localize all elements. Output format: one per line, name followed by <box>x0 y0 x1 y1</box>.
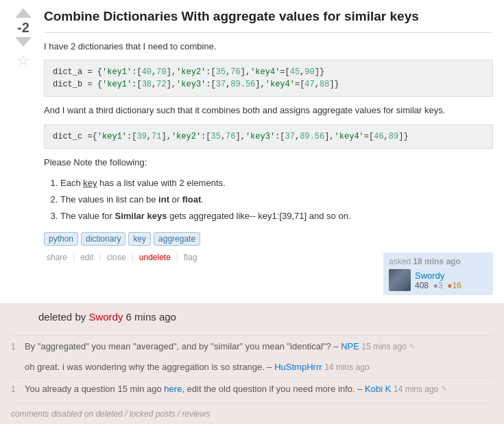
comment-user-sub-1[interactable]: HuStmpHrrr <box>274 362 322 372</box>
tag-dictionary[interactable]: dictionary <box>81 232 125 246</box>
user-rep: 408 ●3 ●16 <box>415 281 461 290</box>
asked-label: asked 18 mins ago <box>389 257 488 266</box>
code-block-1: dict_a = {'key1':[40,70],'key2':[35,76],… <box>44 60 493 97</box>
comment-body-1: By "aggregated" you mean "averaged", and… <box>25 340 493 354</box>
question-body: Combine Dictionaries With aggregate valu… <box>44 8 493 295</box>
question-section: -2 ☆ Combine Dictionaries With aggregate… <box>0 0 504 303</box>
tag-key[interactable]: key <box>128 232 151 246</box>
comment-user-2[interactable]: Kobi K <box>365 384 391 394</box>
deleted-by-user[interactable]: Swordy <box>88 311 123 323</box>
comment-vote-1: 1 <box>11 340 19 354</box>
body-intro: I have 2 dictionaries that I need to com… <box>44 40 493 54</box>
body-middle: And I want a third dictionary such that … <box>44 104 493 117</box>
avatar <box>389 269 411 291</box>
comments-footer: comments disabled on deleted / locked po… <box>11 403 493 424</box>
close-link[interactable]: close <box>104 253 129 262</box>
vote-up-arrow[interactable] <box>15 8 32 18</box>
title-separator <box>44 32 493 33</box>
note-list-item-1: Each key has a list value with 2 element… <box>60 176 493 191</box>
sep2: | <box>97 253 104 262</box>
comment-edit-icon-2[interactable]: ✎ <box>441 384 448 394</box>
comment-row-2: 1 You already a question 15 min ago here… <box>11 378 493 400</box>
action-links: share | edit | close | undelete | flag <box>44 253 200 262</box>
post-actions: share | edit | close | undelete | flag a… <box>44 253 493 295</box>
comment-sub-1: oh great. i was wondering why the aggreg… <box>25 358 493 378</box>
share-link[interactable]: share <box>44 253 70 262</box>
comment-vote-2: 1 <box>11 382 19 396</box>
asked-info: asked 18 mins ago Swordy 408 ●3 ●16 <box>383 253 493 295</box>
deleted-banner: deleted by Swordy 6 mins ago <box>0 303 504 329</box>
note-label: Please Note the following: <box>44 156 493 170</box>
edit-link[interactable]: edit <box>77 253 96 262</box>
undelete-link[interactable]: undelete <box>136 253 173 262</box>
page-title: Combine Dictionaries With aggregate valu… <box>44 8 493 25</box>
note-list-item-2: The values in list can be int or float. <box>60 192 493 207</box>
user-details: Swordy 408 ●3 ●16 <box>415 270 461 290</box>
comment-row-1: 1 By "aggregated" you mean "averaged", a… <box>11 335 493 358</box>
vote-down-arrow[interactable] <box>15 37 32 47</box>
vote-count: -2 <box>17 19 29 36</box>
code-block-2: dict_c ={'key1':[39,71],'key2':[35,76],'… <box>44 124 493 149</box>
comment-time-1: 15 mins ago <box>361 342 406 351</box>
vote-col: -2 ☆ <box>11 8 36 295</box>
sep4: | <box>173 253 181 262</box>
note-list-item-3: The value for Similar keys gets aggregat… <box>60 209 493 224</box>
comment-time-sub-1: 14 mins ago <box>324 362 369 372</box>
user-info: Swordy 408 ●3 ●16 <box>389 269 488 291</box>
username[interactable]: Swordy <box>415 270 461 281</box>
sep3: | <box>129 253 136 262</box>
note-list: Each key has a list value with 2 element… <box>60 176 493 224</box>
comment-edit-icon-1[interactable]: ✎ <box>409 342 416 351</box>
comment-here-link[interactable]: here <box>164 384 182 394</box>
comment-user-1[interactable]: NPE <box>341 341 359 351</box>
flag-link[interactable]: flag <box>181 253 200 262</box>
tags-row: python dictionary key aggregate <box>44 232 493 246</box>
favorite-star[interactable]: ☆ <box>17 52 29 69</box>
comment-body-2: You already a question 15 min ago here, … <box>25 382 493 396</box>
sep1: | <box>70 253 77 262</box>
tag-python[interactable]: python <box>44 232 78 246</box>
comments-section: 1 By "aggregated" you mean "averaged", a… <box>0 329 504 424</box>
tag-aggregate[interactable]: aggregate <box>154 232 200 246</box>
comment-time-2: 14 mins ago <box>394 384 438 394</box>
